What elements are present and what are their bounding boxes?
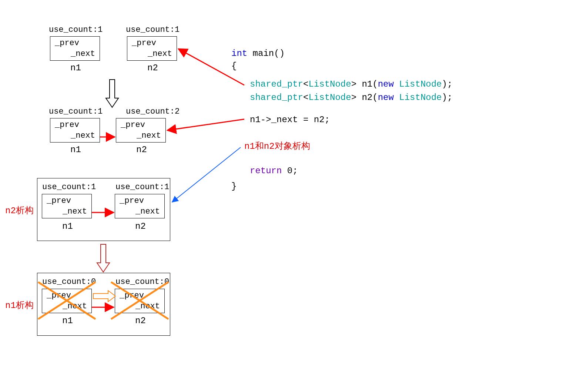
stage1-n1-prev: _prev [55,38,79,48]
stage3-n1-box: _prev _next [42,194,92,218]
code-line3: shared_ptr<ListNode> n1(new ListNode); [250,79,452,89]
stage1-n1-name: n1 [70,63,81,73]
code-line2: { [231,61,237,71]
stage2-n2-box: _prev _next [116,118,166,143]
stage2-n1-next: _next [71,131,95,140]
stage3-n2-usecount: use_count:1 [115,182,169,192]
code-line1: int main() [231,48,285,58]
stage2-n2-prev: _prev [121,120,145,130]
stage2-n1-usecount: use_count:1 [49,107,103,116]
code-line5: n1->_next = n2; [250,115,330,125]
stage2-n2-next: _next [137,131,161,140]
stage1-n1-box: _prev _next [50,36,100,61]
stage1-n1-usecount: use_count:1 [49,25,103,34]
arrow-code-to-stage2 [167,119,244,130]
stage4-n2-prev: _prev [120,291,144,300]
stage1-n2-usecount: use_count:1 [126,25,180,34]
down-arrow-1 [106,80,118,107]
stage4-n1-next: _next [63,302,87,311]
stage1-n2-next: _next [148,49,172,58]
stage2-n1-prev: _prev [55,120,79,130]
arrow-destruct-to-stage3 [172,147,241,202]
stage3-n2-box: _prev _next [115,194,165,218]
stage4-n1-name: n1 [62,316,73,326]
stage3-n1-prev: _prev [47,196,71,205]
stage4-n2-box: _prev _next [115,289,165,313]
stage3-n1-usecount: use_count:1 [42,182,96,192]
stage4-n1-usecount: use_count:0 [42,277,96,287]
stage2-n2-usecount: use_count:2 [126,107,180,116]
code-line8: } [231,181,237,191]
stage3-n1-name: n1 [62,221,73,231]
stage4-label: n1析构 [5,299,34,311]
diagram-stage: use_count:1 _prev _next n1 use_count:1 _… [0,0,563,392]
code-line7: return 0; [250,166,298,176]
stage1-n1-next: _next [71,49,95,58]
stage4-n1-box: _prev _next [42,289,92,313]
stage1-n2-name: n2 [147,63,158,73]
stage2-n1-name: n1 [70,145,81,155]
down-arrow-2 [97,244,110,272]
stage4-n2-name: n2 [135,316,146,326]
stage2-n2-name: n2 [136,145,147,155]
code-line6: n1和n2对象析构 [244,140,310,152]
code-line4: shared_ptr<ListNode> n2(new ListNode); [250,93,452,103]
stage4-n1-prev: _prev [47,291,71,300]
stage3-n2-name: n2 [135,221,146,231]
stage1-n2-box: _prev _next [127,36,177,61]
stage2-n1-box: _prev _next [50,118,100,143]
stage4-n2-usecount: use_count:0 [115,277,169,287]
stage3-n1-next: _next [63,207,87,216]
stage3-n2-prev: _prev [120,196,144,205]
stage4-n2-next: _next [135,302,160,311]
stage1-n2-prev: _prev [132,38,156,48]
stage3-n2-next: _next [135,207,160,216]
stage3-label: n2析构 [5,204,34,216]
